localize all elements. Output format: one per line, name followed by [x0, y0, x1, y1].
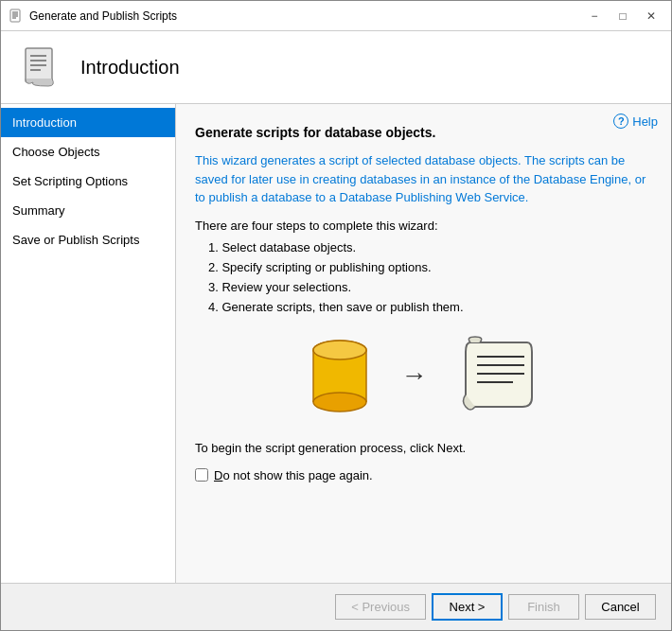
dont-show-label[interactable]: Do not show this page again.	[214, 468, 373, 482]
step-1: 1. Select database objects.	[204, 240, 652, 254]
arrow-icon: →	[401, 360, 428, 391]
next-button[interactable]: Next >	[432, 593, 503, 621]
content-area: ? Help Generate scripts for database obj…	[176, 104, 671, 583]
svg-point-15	[313, 341, 366, 359]
sidebar-item-summary[interactable]: Summary	[1, 196, 175, 225]
steps-intro: There are four steps to complete this wi…	[195, 219, 652, 233]
content-description: This wizard generates a script of select…	[195, 151, 652, 207]
window-title: Generate and Publish Scripts	[29, 9, 177, 23]
main-window: Generate and Publish Scripts − □ ✕ Intro…	[0, 0, 672, 631]
dont-show-checkbox[interactable]	[195, 468, 208, 482]
step-3: 3. Review your selections.	[204, 280, 652, 294]
close-button[interactable]: ✕	[639, 7, 663, 26]
illustration: →	[195, 333, 652, 418]
title-bar-left: Generate and Publish Scripts	[9, 9, 177, 24]
cancel-button[interactable]: Cancel	[585, 594, 656, 620]
sidebar-item-save-publish-scripts[interactable]: Save or Publish Scripts	[1, 225, 175, 254]
sidebar: Introduction Choose Objects Set Scriptin…	[1, 104, 176, 583]
footer: < Previous Next > Finish Cancel	[1, 583, 671, 630]
sidebar-item-introduction[interactable]: Introduction	[1, 108, 175, 137]
window-controls: − □ ✕	[582, 7, 663, 26]
finish-button[interactable]: Finish	[508, 594, 579, 620]
maximize-button[interactable]: □	[610, 7, 635, 26]
database-icon	[307, 333, 373, 418]
header: Introduction	[1, 31, 671, 104]
sidebar-item-choose-objects[interactable]: Choose Objects	[1, 137, 175, 167]
body-area: Introduction Choose Objects Set Scriptin…	[1, 104, 671, 583]
sidebar-item-set-scripting-options[interactable]: Set Scripting Options	[1, 167, 175, 196]
help-link[interactable]: ? Help	[613, 114, 658, 129]
header-icon	[20, 44, 65, 90]
begin-text: To begin the script generation process, …	[195, 441, 652, 455]
app-icon	[9, 9, 24, 24]
help-icon: ?	[613, 114, 628, 129]
script-icon	[456, 333, 541, 418]
previous-button[interactable]: < Previous	[335, 594, 426, 620]
title-bar: Generate and Publish Scripts − □ ✕	[1, 1, 671, 31]
svg-point-12	[313, 393, 366, 412]
step-4: 4. Generate scripts, then save or publis…	[204, 300, 652, 314]
content-heading: Generate scripts for database objects.	[195, 125, 652, 140]
minimize-button[interactable]: −	[582, 7, 607, 26]
steps-list: 1. Select database objects. 2. Specify s…	[204, 240, 652, 314]
page-title: Introduction	[80, 57, 180, 79]
step-2: 2. Specify scripting or publishing optio…	[204, 260, 652, 274]
checkbox-area: Do not show this page again.	[195, 468, 652, 482]
